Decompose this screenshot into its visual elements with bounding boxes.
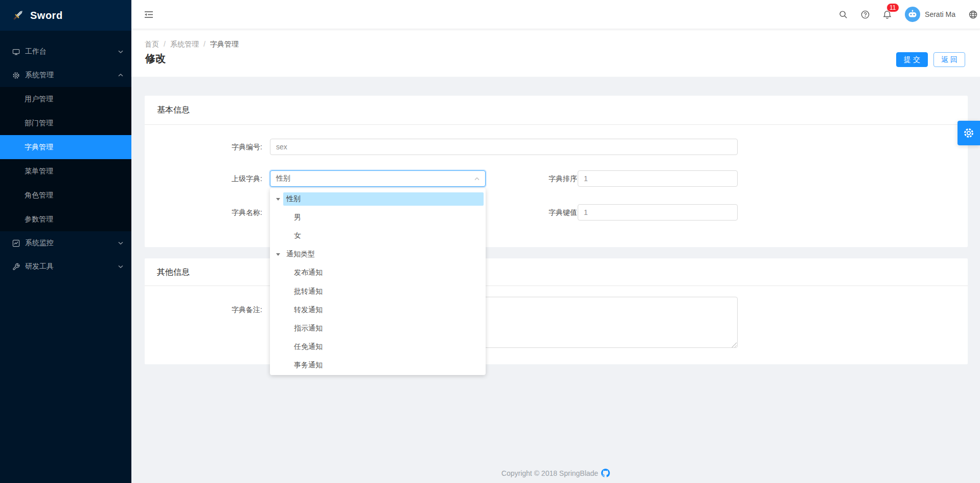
sidebar-menu: 工作台 系统管理 用户管理 部门管理 字典管理 菜单管理 角色管理 参数管理 (0, 31, 131, 278)
sidebar-subitem-role[interactable]: 角色管理 (0, 183, 131, 207)
footer-copyright: Copyright © 2018 SpringBlade (502, 469, 598, 477)
dict-code-label: 字典编号: (180, 139, 262, 155)
parent-dict-dropdown: 性别 男 女 通知类型 发布通知 批转通知 转发通知 指示通知 任免通知 事务通… (270, 188, 486, 375)
dict-key-input[interactable] (578, 204, 738, 221)
sidebar-item-system[interactable]: 系统管理 (0, 63, 131, 87)
dict-sort-label: 字典排序: (497, 170, 579, 187)
globe-icon[interactable] (969, 10, 977, 19)
help-icon[interactable] (861, 10, 870, 19)
dict-sort-input[interactable] (578, 170, 738, 187)
topbar: 11 Serati Ma (131, 0, 980, 29)
divider (145, 124, 968, 125)
parent-dict-select-value: 性别 (276, 174, 290, 183)
breadcrumb-system[interactable]: 系统管理 (170, 40, 199, 49)
sidebar-subitem-param[interactable]: 参数管理 (0, 207, 131, 231)
gear-icon (12, 72, 20, 79)
card-title-other: 其他信息 (157, 258, 190, 286)
tree-node-female[interactable]: 女 (270, 227, 486, 245)
tree-node-label[interactable]: 通知类型 (283, 248, 484, 261)
tree-node-notice-type[interactable]: 通知类型 (270, 245, 486, 264)
parent-dict-label: 上级字典: (180, 170, 262, 187)
sidebar-item-monitor[interactable]: 系统监控 (0, 231, 131, 255)
sidebar-subitem-menu[interactable]: 菜单管理 (0, 159, 131, 183)
sidebar-submenu-system: 用户管理 部门管理 字典管理 菜单管理 角色管理 参数管理 (0, 87, 131, 231)
sidebar-item-label: 系统管理 (25, 71, 118, 80)
page-header: 首页 / 系统管理 / 字典管理 修改 提 交 返 回 (131, 29, 980, 77)
tree-node-approve[interactable]: 批转通知 (270, 282, 486, 300)
sidebar-item-label: 工作台 (25, 47, 118, 56)
sidebar-subitem-dept[interactable]: 部门管理 (0, 111, 131, 135)
user-menu[interactable]: Serati Ma (905, 7, 955, 22)
app-logo[interactable]: Sword (0, 0, 131, 31)
caret-down-icon[interactable] (273, 198, 283, 201)
tree-node-male[interactable]: 男 (270, 208, 486, 227)
tree-node-label[interactable]: 任免通知 (291, 340, 484, 354)
breadcrumb-home[interactable]: 首页 (145, 40, 159, 49)
breadcrumb: 首页 / 系统管理 / 字典管理 (145, 40, 239, 49)
header-actions: 提 交 返 回 (896, 52, 965, 67)
app-title: Sword (30, 10, 63, 21)
caret-down-icon[interactable] (273, 253, 283, 256)
tree-node-label[interactable]: 事务通知 (291, 359, 484, 372)
tree-node-label[interactable]: 指示通知 (291, 322, 484, 335)
tree-node-label[interactable]: 转发通知 (291, 303, 484, 317)
tree-node-appoint[interactable]: 任免通知 (270, 338, 486, 356)
tree-node-forward[interactable]: 转发通知 (270, 301, 486, 319)
content: 基本信息 字典编号: 上级字典: 性别 字典排序: 字典名称: 字典键值: 其他… (131, 77, 980, 483)
sidebar: Sword 工作台 系统管理 (0, 0, 131, 483)
tree-node-label[interactable]: 男 (291, 211, 484, 224)
notification-bell-icon[interactable]: 11 (883, 10, 892, 19)
sword-icon (11, 9, 25, 22)
parent-dict-select[interactable]: 性别 (270, 170, 486, 187)
footer: Copyright © 2018 SpringBlade (131, 469, 980, 477)
breadcrumb-separator: / (164, 40, 166, 49)
dict-remark-label: 字典备注: (180, 301, 262, 318)
gear-icon (963, 127, 974, 139)
sidebar-item-label: 系统监控 (25, 238, 118, 248)
dict-name-label: 字典名称: (180, 204, 262, 221)
sidebar-item-label: 研发工具 (25, 262, 118, 271)
back-button[interactable]: 返 回 (933, 52, 965, 67)
card-title-basic: 基本信息 (157, 96, 190, 124)
sidebar-subitem-dict-active[interactable]: 字典管理 (0, 135, 131, 159)
tree-node-label[interactable]: 批转通知 (291, 285, 484, 298)
chevron-down-icon (118, 49, 123, 54)
wrench-icon (12, 263, 20, 271)
chevron-up-icon (118, 73, 123, 78)
github-icon[interactable] (601, 469, 610, 477)
tree-node-label-selected[interactable]: 性别 (283, 192, 484, 206)
breadcrumb-separator: / (203, 40, 206, 49)
user-name: Serati Ma (925, 10, 955, 18)
line-chart-icon (12, 239, 20, 247)
page-title: 修改 (145, 52, 166, 65)
basic-info-card: 基本信息 字典编号: 上级字典: 性别 字典排序: 字典名称: 字典键值: (145, 96, 968, 247)
settings-fab-button[interactable] (958, 121, 980, 145)
desktop-icon (12, 48, 20, 56)
chevron-down-icon (118, 240, 123, 246)
sidebar-subitem-user[interactable]: 用户管理 (0, 87, 131, 111)
other-info-card: 其他信息 字典备注: (145, 258, 968, 364)
chevron-down-icon (118, 264, 123, 269)
sidebar-item-workbench[interactable]: 工作台 (0, 40, 131, 63)
menu-fold-icon[interactable] (144, 11, 153, 18)
chevron-up-icon (474, 177, 480, 181)
avatar[interactable] (905, 7, 920, 22)
tree-node-publish[interactable]: 发布通知 (270, 264, 486, 282)
submit-button[interactable]: 提 交 (896, 52, 928, 67)
notification-badge: 11 (886, 3, 899, 12)
dict-code-input[interactable] (270, 139, 738, 155)
divider (145, 286, 968, 286)
topbar-actions: 11 Serati Ma (839, 7, 980, 22)
tree-node-affair[interactable]: 事务通知 (270, 356, 486, 375)
tree-node-sex[interactable]: 性别 (270, 190, 486, 208)
tree-node-label[interactable]: 发布通知 (291, 266, 484, 279)
dict-key-label: 字典键值: (497, 204, 579, 221)
tree-node-instruct[interactable]: 指示通知 (270, 319, 486, 338)
breadcrumb-current: 字典管理 (210, 40, 239, 49)
sidebar-item-devtools[interactable]: 研发工具 (0, 255, 131, 278)
tree-node-label[interactable]: 女 (291, 229, 484, 243)
search-icon[interactable] (839, 10, 848, 19)
